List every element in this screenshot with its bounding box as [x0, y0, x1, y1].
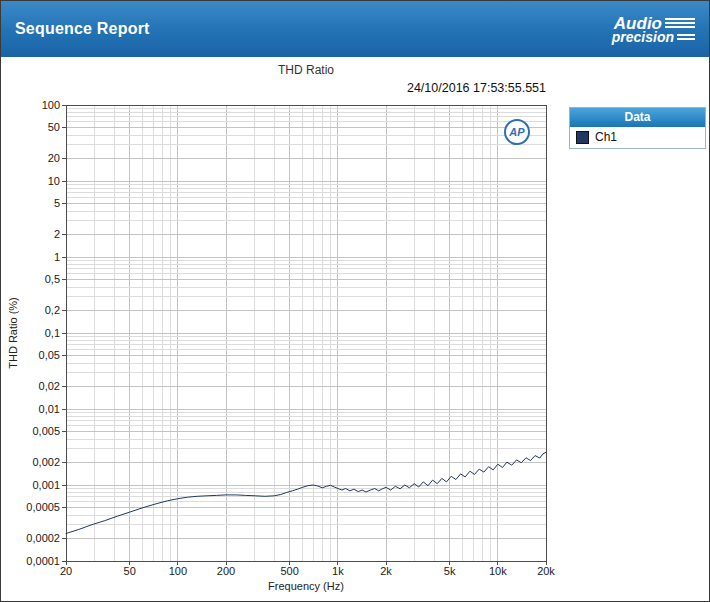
y-tick-label: 0,005	[32, 425, 60, 437]
report-header: Sequence Report Audio precision	[1, 1, 709, 57]
y-tick-label: 20	[48, 152, 60, 164]
y-tick-label: 1	[54, 251, 60, 263]
y-tick-label: 0,1	[45, 327, 60, 339]
audio-precision-logo: Audio precision	[612, 15, 695, 44]
sequence-report-window: Sequence Report Audio precision THD Rati…	[0, 0, 710, 602]
page-title: Sequence Report	[15, 20, 150, 38]
legend-item-label: Ch1	[595, 130, 617, 144]
ch1-color-swatch	[576, 131, 589, 144]
y-tick-label: 0,01	[39, 403, 60, 415]
y-tick-label: 0,2	[45, 304, 60, 316]
x-tick-label: 200	[217, 565, 235, 577]
legend-item-ch1[interactable]: Ch1	[576, 130, 699, 144]
y-tick-label: 0,0001	[26, 555, 60, 567]
x-tick-label: 100	[169, 565, 187, 577]
logo-stripes-icon	[665, 18, 695, 29]
legend-header: Data	[570, 108, 705, 127]
x-tick-label: 20k	[537, 565, 555, 577]
y-tick-label: 5	[54, 197, 60, 209]
y-tick-label: 50	[48, 121, 60, 133]
legend-body: Ch1	[570, 127, 705, 148]
y-tick-label: 0,5	[45, 273, 60, 285]
legend-panel: Data Ch1	[569, 107, 706, 149]
x-tick-label: 2k	[380, 565, 392, 577]
y-tick-label: 0,0005	[26, 501, 60, 513]
ap-circle-logo-icon: AP	[504, 119, 530, 145]
y-tick-label: 0,02	[39, 380, 60, 392]
y-tick-label: 100	[42, 99, 60, 111]
x-tick-label: 20	[60, 565, 72, 577]
thd-plot-canvas: 20501002005001k2k5k10k20k1005020105210,5…	[1, 57, 561, 602]
logo-text-precision: precision	[612, 30, 674, 44]
y-tick-label: 0,05	[39, 349, 60, 361]
y-tick-label: 2	[54, 228, 60, 240]
x-tick-label: 5k	[444, 565, 456, 577]
y-tick-label: 0,002	[32, 456, 60, 468]
y-tick-label: 10	[48, 175, 60, 187]
y-tick-label: 0,001	[32, 479, 60, 491]
y-tick-label: 0,0002	[26, 532, 60, 544]
thd-ratio-chart: THD Ratio 24/10/2016 17:53:55.551 THD Ra…	[1, 57, 710, 602]
logo-stripes-small-icon	[677, 34, 695, 42]
x-tick-label: 500	[280, 565, 298, 577]
x-tick-label: 1k	[332, 565, 344, 577]
x-tick-label: 10k	[489, 565, 507, 577]
x-tick-label: 50	[124, 565, 136, 577]
